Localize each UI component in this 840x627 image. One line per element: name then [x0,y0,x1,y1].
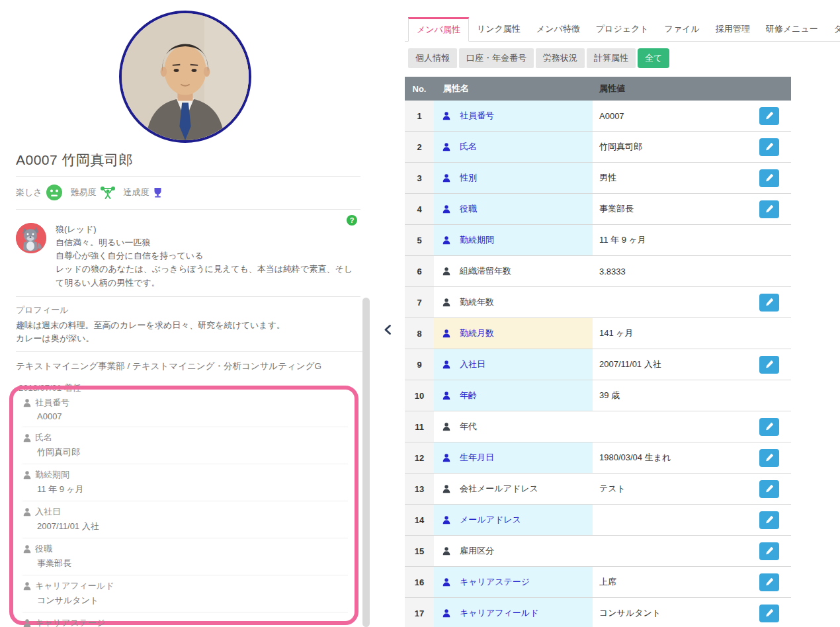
metric-smiley: 楽しさ [16,184,63,201]
pencil-icon [765,608,774,618]
edit-button[interactable] [759,511,779,529]
attribute-value: 男性 [593,163,759,193]
attribute-name[interactable]: 勤続期間 [434,225,593,255]
attributes-panel: メンバ属性リンク属性メンバ特徴プロジェクトファイル採用管理研修メニューダッシュボ… [405,0,840,627]
list-item: 役職事業部長 [22,538,348,575]
attribute-value [593,411,759,442]
attribute-value: 竹岡真司郎 [37,446,348,458]
profile-panel: A0007 竹岡真司郎 楽しさ難易度達成度 ? [0,0,370,627]
profile-line: 趣味は週末の料理。至高のカレーを求め日々、研究を続けています。 [16,319,360,333]
pencil-icon [765,484,774,493]
edit-button[interactable] [759,449,779,467]
pencil-icon [765,204,774,214]
subtab-3[interactable]: 計算属性 [587,48,636,68]
subtab-4[interactable]: 全て [638,48,669,68]
person-icon [442,298,451,307]
attribute-name-label: キャリアステージ [460,576,530,588]
table-row: 6組織滞留年数3.8333 [405,256,791,287]
attribute-name[interactable]: メールアドレス [434,505,593,535]
attribute-value: 39 歳 [593,380,759,411]
subtab-1[interactable]: 口座・年金番号 [459,48,534,68]
edit-button[interactable] [759,480,779,498]
person-icon [442,173,451,183]
tab-2[interactable]: メンバ特徴 [528,17,588,41]
edit-cell [759,194,791,224]
header-edit [759,77,791,101]
attribute-label-text: 役職 [35,543,52,555]
attribute-value: 141 ヶ月 [593,318,759,349]
attribute-name[interactable]: 社員番号 [434,101,593,131]
row-number: 8 [405,318,434,349]
edit-cell [759,287,791,317]
tab-0[interactable]: メンバ属性 [408,17,469,42]
person-icon [22,398,32,407]
person-icon [442,484,451,493]
edit-button[interactable] [759,542,779,560]
weightlifter-icon [100,185,116,200]
table-row: 5勤続期間11 年 9 ヶ月 [405,225,791,256]
attribute-name[interactable]: 氏名 [434,132,593,162]
attribute-label: キャリアフィールド [22,580,348,592]
subtab-0[interactable]: 個人情報 [408,48,457,68]
character-line: 自尊心が強く自分に自信を持っている [56,249,360,263]
edit-button[interactable] [759,169,779,187]
attribute-name[interactable]: 勤続月数 [434,318,593,349]
row-number: 13 [405,474,434,504]
tab-6[interactable]: 研修メニュー [758,17,826,41]
profile-section: プロフィール 趣味は週末の料理。至高のカレーを求め日々、研究を続けています。 カ… [16,304,360,346]
subtab-2[interactable]: 労務状況 [536,48,585,68]
attribute-name[interactable]: キャリアフィールド [434,598,593,627]
row-number: 6 [405,256,434,286]
attribute-value: 11 年 9 ヶ月 [37,483,348,495]
smiley-icon [46,184,63,201]
divider [16,176,360,177]
pencil-icon [765,577,774,587]
pencil-icon [765,453,774,462]
edit-button[interactable] [759,294,779,312]
attribute-name[interactable]: 役職 [434,194,593,224]
attribute-label: 勤続期間 [22,469,348,481]
edit-button[interactable] [759,138,779,156]
edit-button[interactable] [759,418,779,436]
edit-cell [759,411,791,442]
attribute-label: キャリアステージ [22,617,348,627]
table-row: 14メールアドレス [405,505,791,536]
character-description: 狼(レッド) 自信満々。明るい一匹狼 自尊心が強く自分に自信を持っている レッド… [56,223,360,290]
attribute-label: 入社日 [22,506,348,518]
table-row: 13会社メールアドレステスト [405,474,791,505]
edit-button[interactable] [759,356,779,374]
tab-5[interactable]: 採用管理 [708,17,758,41]
table-row: 7勤続年数 [405,287,791,318]
edit-button[interactable] [759,573,779,591]
attribute-name[interactable]: 生年月日 [434,442,593,473]
attribute-name-label: 勤続期間 [460,234,494,246]
attribute-name-label: 氏名 [460,141,477,153]
row-number: 7 [405,287,434,317]
tab-1[interactable]: リンク属性 [469,17,528,41]
left-panel-scrollbar[interactable] [362,298,370,627]
header-name: 属性名 [434,77,593,101]
attribute-name[interactable]: 性別 [434,163,593,193]
attribute-value: 3.8333 [593,256,759,286]
header-value: 属性値 [593,77,759,101]
collapse-panel-chevron-icon[interactable] [384,325,391,335]
attribute-name-label: 勤続年数 [460,296,494,308]
pencil-icon [765,546,774,556]
attribute-name[interactable]: キャリアステージ [434,567,593,597]
attribute-value [593,505,759,535]
tab-4[interactable]: ファイル [657,17,708,41]
row-number: 11 [405,411,434,442]
tab-7[interactable]: ダッシュボード [826,17,840,41]
edit-button[interactable] [759,605,779,622]
table-row: 4役職事業部長 [405,194,791,225]
help-icon[interactable]: ? [347,215,357,226]
row-number: 3 [405,163,434,193]
metric-weightlifter: 難易度 [71,185,116,200]
tab-3[interactable]: プロジェクト [588,17,657,41]
attribute-name: 勤続年数 [434,287,593,317]
attribute-name[interactable]: 年齢 [434,380,593,411]
edit-button[interactable] [759,107,779,125]
person-icon [442,142,451,151]
edit-button[interactable] [759,200,779,218]
attribute-name[interactable]: 入社日 [434,349,593,380]
